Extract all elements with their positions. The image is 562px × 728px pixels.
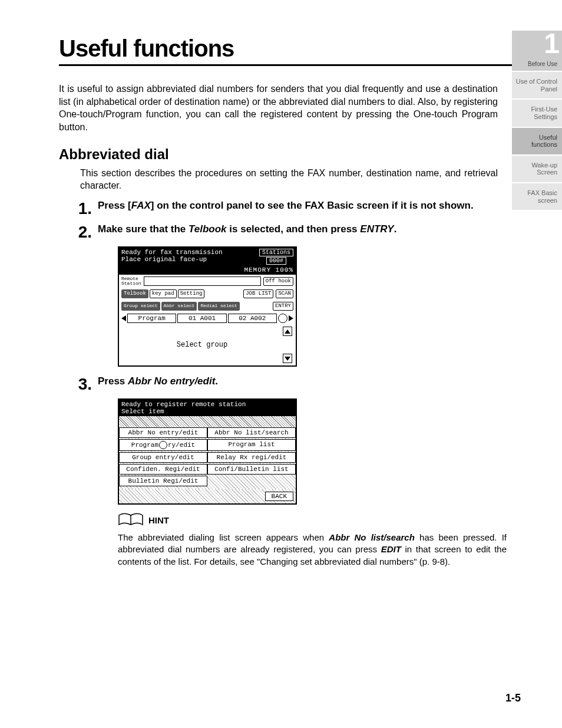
cursor-icon <box>159 441 167 449</box>
program-list-button[interactable]: Program list <box>207 439 296 451</box>
tab-control-panel[interactable]: Use of Control Panel <box>512 71 562 98</box>
offhook-button[interactable]: Off hook <box>263 277 293 286</box>
page-title: Useful functions <box>59 35 234 62</box>
intro-paragraph: It is useful to assign abbreviated dial … <box>59 83 498 133</box>
book-icon <box>118 513 144 527</box>
abbr-no-entry-edit-button[interactable]: Abbr No entry/edit <box>119 427 207 438</box>
tab-first-use-settings[interactable]: First-Use Settings <box>512 98 562 126</box>
keypad-tab[interactable]: key pad <box>150 289 177 298</box>
down-arrow-button[interactable] <box>283 354 292 363</box>
scan-button[interactable]: SCAN <box>276 289 293 298</box>
step-2: 2. Make sure that the Telbook is selecte… <box>59 223 498 241</box>
step-number: 3. <box>59 375 98 393</box>
lcd2-hatch <box>119 416 296 427</box>
page-number: 1-5 <box>505 692 521 704</box>
subsection-heading: Abbreviated dial <box>59 146 527 163</box>
stations-value: 000# <box>266 257 286 265</box>
confi-bulletin-list-button[interactable]: Confi/Bulletin list <box>207 464 296 475</box>
lcd-screenshot-2: Ready to register remote station Select … <box>118 398 527 505</box>
step-number: 2. <box>59 223 98 241</box>
hint-block: HINT The abbreviated dialing list screen… <box>118 513 507 568</box>
tab-fax-basic-screen[interactable]: FAX Basic screen <box>512 182 562 210</box>
remote-station-label: RemoteStation <box>121 276 141 286</box>
relay-rx-regi-edit-button[interactable]: Relay Rx regi/edit <box>207 452 296 463</box>
hint-text: The abbreviated dialing list screen appe… <box>118 532 507 568</box>
redial-select-button[interactable]: Redial select <box>198 302 239 311</box>
step-3: 3. Press Abbr No entry/edit. <box>59 375 498 393</box>
group-select-button[interactable]: Group select <box>121 302 160 311</box>
program-cell[interactable]: Program <box>127 314 176 323</box>
tab-wakeup-screen[interactable]: Wake-up Screen <box>512 154 562 182</box>
step-text: Make sure that the Telbook is selected, … <box>98 223 498 236</box>
program-entry-edit-button[interactable]: Programry/edit <box>119 439 207 451</box>
program-slot-2[interactable]: 02 A002 <box>228 314 277 323</box>
chapter-tabs: 1 Before Use Use of Control Panel First-… <box>512 29 562 210</box>
left-arrow-icon[interactable] <box>121 315 126 321</box>
cursor-icon <box>278 314 287 323</box>
lcd-status-line2: Place original face-up <box>121 256 223 263</box>
chapter-number: 1 <box>544 27 560 60</box>
lcd-screenshot-1: Ready for fax transmission Place origina… <box>118 246 527 367</box>
bulletin-regi-edit-button[interactable]: Bulletin Regi/edit <box>119 476 207 486</box>
setting-tab[interactable]: Setting <box>178 289 205 298</box>
procedure-list: 1. Press [FAX] on the control panel to s… <box>59 199 498 241</box>
hint-label: HINT <box>148 515 169 525</box>
subsection-description: This section describes the procedures on… <box>59 167 498 192</box>
document-page: Useful functions It is useful to assign … <box>0 0 562 728</box>
group-entry-edit-button[interactable]: Group entry/edit <box>119 452 207 463</box>
stations-label: Stations <box>259 249 293 256</box>
program-slot-1[interactable]: 01 A001 <box>177 314 226 323</box>
entry-button[interactable]: ENTRY <box>273 302 293 311</box>
procedure-list-cont: 3. Press Abbr No entry/edit. <box>59 375 498 393</box>
right-arrow-icon[interactable] <box>289 315 293 321</box>
title-rule: Useful functions <box>59 35 527 66</box>
up-arrow-button[interactable] <box>283 327 292 336</box>
joblist-button[interactable]: JOB LIST <box>243 289 273 298</box>
telbook-tab[interactable]: Telbook <box>121 289 148 298</box>
step-text: Press [FAX] on the control panel to see … <box>98 199 498 212</box>
select-group-label: Select group <box>121 341 283 349</box>
back-button[interactable]: BACK <box>265 492 293 501</box>
step-text: Press Abbr No entry/edit. <box>98 375 498 388</box>
abbr-select-button[interactable]: Abbr select <box>161 302 197 311</box>
remote-station-field[interactable] <box>144 276 261 286</box>
lcd-status-line1: Ready for fax transmission <box>121 249 223 256</box>
tab-before-use[interactable]: 1 Before Use <box>512 29 562 71</box>
step-1: 1. Press [FAX] on the control panel to s… <box>59 199 498 217</box>
lcd2-status-line2: Select item <box>121 408 293 415</box>
step-number: 1. <box>59 199 98 217</box>
tab-useful-functions[interactable]: Useful functions <box>512 127 562 154</box>
lcd2-status-line1: Ready to register remote station <box>121 401 293 408</box>
abbr-no-list-search-button[interactable]: Abbr No list/search <box>207 427 296 438</box>
memory-indicator: MEMORY 100% <box>119 266 296 275</box>
confiden-regi-edit-button[interactable]: Confiden. Regi/edit <box>119 464 207 475</box>
